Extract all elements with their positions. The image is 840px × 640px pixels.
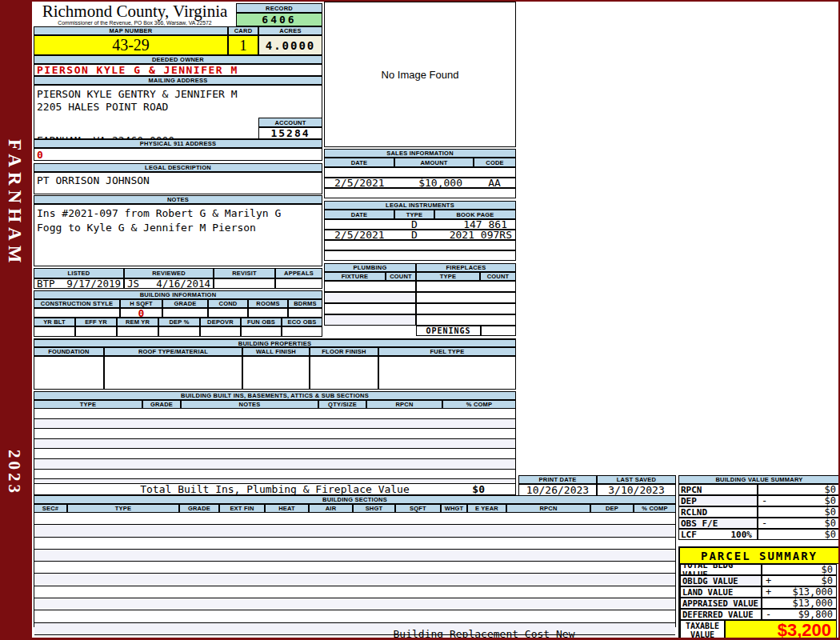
construction-style-value[interactable]: [34, 308, 120, 318]
image-placeholder: No Image Found: [324, 2, 516, 147]
li-cell[interactable]: 2021 097RS: [434, 230, 516, 240]
rem-yr-value[interactable]: [117, 326, 158, 337]
sales-amount-col: AMOUNT: [394, 158, 474, 167]
bdrms-value[interactable]: [288, 308, 322, 318]
sales-row: 2/5/2021 $10,000 AA: [324, 178, 516, 188]
sales-cell[interactable]: [474, 188, 516, 198]
sales-cell[interactable]: $10,000: [394, 178, 474, 188]
notes-box[interactable]: Ins #2021-097 from Robert G & Marilyn G …: [34, 204, 322, 266]
obldg-value: $0: [822, 575, 833, 586]
bs-rpcn-col: RPCN: [506, 504, 590, 513]
sales-cell[interactable]: [474, 167, 516, 178]
sales-cell[interactable]: [394, 188, 474, 198]
sales-cell[interactable]: [324, 167, 394, 178]
footer-note: Building Replacement Cost New: [384, 628, 584, 640]
building-sections-column-row: SEC# TYPE GRADE EXT FIN HEAT AIR SHGT SQ…: [34, 504, 676, 513]
sales-cell[interactable]: AA: [474, 178, 516, 188]
li-cell[interactable]: [434, 240, 516, 250]
li-cell[interactable]: 147 861: [434, 219, 516, 230]
print-date-header: PRINT DATE: [518, 475, 597, 484]
li-cell[interactable]: [324, 240, 394, 250]
li-cell[interactable]: [434, 250, 516, 261]
empty-row: [34, 470, 515, 480]
acres-value[interactable]: 4.0000: [258, 35, 322, 55]
li-cell[interactable]: D: [394, 230, 434, 240]
cond-header: COND: [208, 299, 248, 308]
wall-finish-value[interactable]: [242, 356, 310, 390]
bvs-rclnd-value-cell: $0: [758, 506, 840, 518]
li-cell[interactable]: D: [394, 219, 434, 230]
sales-information-header: SALES INFORMATION: [324, 149, 516, 158]
fun-obs-value[interactable]: [241, 326, 282, 337]
roof-type-value[interactable]: [104, 356, 242, 390]
bvs-rpcn-value: $0: [825, 484, 836, 495]
plumbing-cell[interactable]: [324, 292, 416, 303]
empty-row: [34, 610, 675, 622]
plumbing-fireplace-row: [324, 292, 516, 303]
depovr-value[interactable]: [200, 326, 241, 337]
fireplace-cell[interactable]: [416, 281, 516, 292]
bvs-rclnd-label: RCLND: [678, 506, 758, 518]
card-value[interactable]: 1: [228, 35, 258, 55]
bvs-lcf-value-cell: $0: [758, 529, 840, 540]
notes-header: NOTES: [34, 195, 322, 204]
bvs-op: -: [762, 518, 767, 529]
building-information-header: BUILDING INFORMATION: [34, 290, 322, 299]
bs-dep-col: DEP: [590, 504, 634, 513]
rooms-value[interactable]: [248, 308, 288, 318]
appeals-value[interactable]: [275, 278, 322, 289]
fireplace-cell[interactable]: [416, 314, 516, 326]
map-number-value[interactable]: 43-29: [34, 35, 228, 55]
li-cell[interactable]: [394, 250, 434, 261]
listed-value[interactable]: BTP 9/17/2019: [34, 278, 124, 289]
eco-obs-value[interactable]: [282, 326, 322, 337]
plumbing-cell[interactable]: [324, 303, 416, 314]
li-cell[interactable]: [394, 240, 434, 250]
hsqft-value[interactable]: 0: [120, 308, 162, 318]
grade-value[interactable]: [162, 308, 208, 318]
sales-cell[interactable]: [394, 167, 474, 178]
plumbing-cell[interactable]: [324, 281, 416, 292]
land-value-label: LAND VALUE: [680, 586, 762, 598]
li-cell[interactable]: 2/5/2021: [324, 230, 394, 240]
deeded-owner-header: DEEDED OWNER: [34, 55, 322, 64]
foundation-value[interactable]: [34, 356, 104, 390]
last-saved-value: 3/10/2023: [597, 484, 676, 496]
li-cell[interactable]: [324, 250, 394, 261]
li-cell[interactable]: [324, 219, 394, 230]
fireplace-cell[interactable]: [416, 292, 516, 303]
plumbing-header: PLUMBING: [324, 263, 416, 272]
county-title: Richmond County, Virginia: [34, 2, 236, 20]
revisit-value[interactable]: [214, 278, 275, 289]
cond-value[interactable]: [208, 308, 248, 318]
eff-yr-value[interactable]: [75, 326, 117, 337]
empty-row: [34, 409, 515, 419]
yr-blt-value[interactable]: [34, 326, 75, 337]
openings-value[interactable]: [481, 326, 516, 336]
reviewed-value[interactable]: JS 4/16/2014: [124, 278, 214, 289]
li-type-col: TYPE: [394, 210, 434, 219]
building-sections-header: BUILDING SECTIONS: [34, 495, 676, 504]
physical-911-value[interactable]: 0: [34, 148, 322, 161]
appraised-value-cell: $13,000: [762, 598, 837, 609]
building-info-header-row-2: YR BLT EFF YR REM YR DEP % DEPOVR FUN OB…: [34, 318, 322, 326]
sales-cell[interactable]: 2/5/2021: [324, 178, 394, 188]
sales-cell[interactable]: [324, 188, 394, 198]
deeded-owner-value[interactable]: PIERSON KYLE G & JENNIFER M: [34, 64, 322, 76]
fuel-type-value[interactable]: [378, 356, 516, 390]
account-value: 15284: [258, 127, 322, 139]
floor-finish-value[interactable]: [310, 356, 378, 390]
reviewed-header: REVIEWED: [124, 268, 214, 278]
bi-type-col: TYPE: [34, 400, 142, 409]
obldg-value-cell: + $0: [762, 575, 837, 586]
empty-row: [34, 525, 675, 537]
bs-sec-col: SEC#: [34, 504, 67, 513]
dep-pct-value[interactable]: [158, 326, 200, 337]
eff-yr-header: EFF YR: [75, 318, 117, 326]
building-info-value-row-1: 0: [34, 308, 322, 318]
yr-blt-header: YR BLT: [34, 318, 75, 326]
legal-description-value[interactable]: PT ORRISON JOHNSON: [34, 172, 322, 194]
fireplace-cell[interactable]: [416, 303, 516, 314]
built-ins-header: BUILDING BUILT INS, BASEMENTS, ATTICS & …: [34, 391, 516, 400]
plumbing-cell[interactable]: [324, 314, 416, 326]
